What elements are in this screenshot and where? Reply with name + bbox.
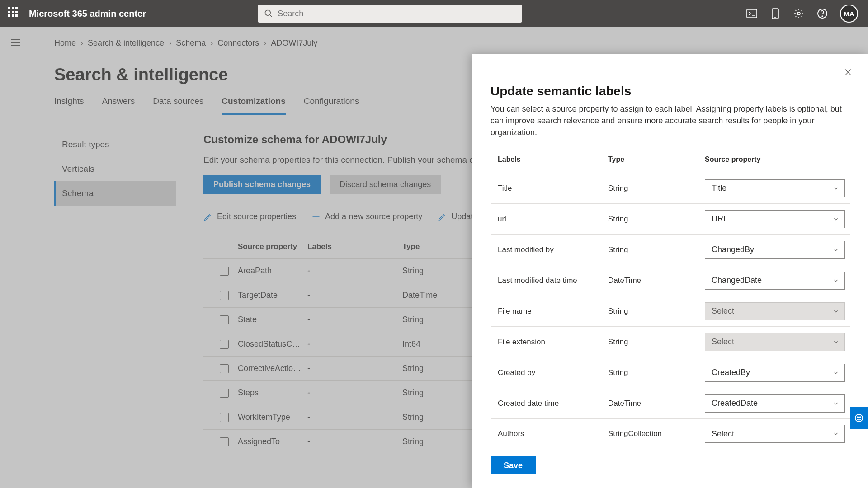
search-wrap [258,5,522,23]
dropdown-value: Select [712,337,734,347]
col-type: Type [608,155,705,164]
cell-type: String [608,307,705,316]
cell-type: String [608,215,705,224]
search-input[interactable] [258,5,522,23]
dropdown-value: Title [712,183,726,193]
source-property-dropdown[interactable]: Select [705,302,845,320]
source-property-dropdown[interactable]: ChangedDate [705,272,845,290]
source-property-dropdown[interactable]: ChangedBy [705,241,845,259]
dropdown-value: URL [712,214,728,224]
label-row: Created date timeDateTimeCreatedDate [491,388,850,418]
dropdown-value: Select [712,306,734,316]
col-source-property: Source property [705,155,850,164]
panel-body: Update semantic labels You can select a … [472,54,868,446]
dropdown-value: CreatedDate [712,399,758,408]
label-row: Last modified byStringChangedBy [491,234,850,265]
source-property-dropdown[interactable]: CreatedDate [705,394,845,413]
source-property-dropdown[interactable]: Select [705,333,845,351]
gear-icon[interactable] [793,8,805,19]
cell-label: url [498,215,608,224]
search-icon [264,9,273,18]
chevron-down-icon [833,216,839,222]
dropdown-value: Select [712,429,734,439]
label-row: Last modified date timeDateTimeChangedDa… [491,265,850,296]
close-icon [844,68,853,77]
dropdown-value: ChangedBy [712,245,754,254]
cell-label: Last modified date time [498,276,608,285]
product-title: Microsoft 365 admin center [29,9,146,19]
cell-label: Title [498,184,608,193]
cell-label: Authors [498,429,608,438]
cell-label: Created by [498,368,608,377]
cell-label: Created date time [498,399,608,408]
chevron-down-icon [833,339,839,345]
svg-point-0 [265,10,271,16]
app-launcher-icon[interactable] [8,7,21,20]
chevron-down-icon [833,370,839,376]
svg-point-5 [797,12,800,15]
cell-type: DateTime [608,276,705,285]
chevron-down-icon [833,308,839,314]
topbar: Microsoft 365 admin center MA [0,0,868,27]
label-row: urlStringURL [491,203,850,234]
panel-footer: Save [472,446,868,488]
cell-label: Last modified by [498,245,608,254]
cell-type: StringCollection [608,429,705,438]
panel-desc: You can select a source property to assi… [491,103,850,138]
feedback-button[interactable] [850,407,868,429]
svg-rect-2 [747,9,757,18]
help-icon[interactable] [816,8,828,19]
cell-type: String [608,184,705,193]
col-labels: Labels [498,155,608,164]
svg-point-7 [822,16,823,17]
chevron-down-icon [833,277,839,284]
svg-line-1 [270,15,272,17]
cell-type: String [608,245,705,254]
dropdown-value: CreatedBy [712,368,750,377]
chevron-down-icon [833,431,839,437]
panel-table: Labels Type Source property TitleStringT… [491,155,850,446]
source-property-dropdown[interactable]: CreatedBy [705,364,845,382]
close-button[interactable] [841,65,855,81]
label-row: Created byStringCreatedBy [491,357,850,388]
chevron-down-icon [833,400,839,407]
cell-type: DateTime [608,399,705,408]
dropdown-value: ChangedDate [712,276,762,285]
cell-label: File extension [498,338,608,347]
chevron-down-icon [833,247,839,253]
cell-label: File name [498,307,608,316]
save-button[interactable]: Save [491,456,536,474]
phone-icon[interactable] [769,8,781,19]
svg-point-17 [860,417,861,418]
svg-point-16 [857,417,858,418]
label-row: TitleStringTitle [491,173,850,203]
source-property-dropdown[interactable]: Title [705,179,845,197]
source-property-dropdown[interactable]: URL [705,210,845,228]
semantic-labels-panel: Update semantic labels You can select a … [472,54,868,488]
label-row: File nameStringSelect [491,296,850,326]
avatar[interactable]: MA [840,5,858,23]
panel-table-head: Labels Type Source property [491,155,850,173]
chevron-down-icon [833,185,839,192]
cell-type: String [608,368,705,377]
feedback-icon [854,413,864,423]
app-body: Home› Search & intelligence› Schema› Con… [0,27,868,488]
source-property-dropdown[interactable]: Select [705,425,845,443]
cell-type: String [608,338,705,347]
panel-title: Update semantic labels [491,84,850,99]
label-row: File extensionStringSelect [491,326,850,357]
label-row: AuthorsStringCollectionSelect [491,418,850,446]
shell-icon[interactable] [746,8,758,19]
svg-point-15 [855,414,863,422]
topbar-actions: MA [746,5,858,23]
